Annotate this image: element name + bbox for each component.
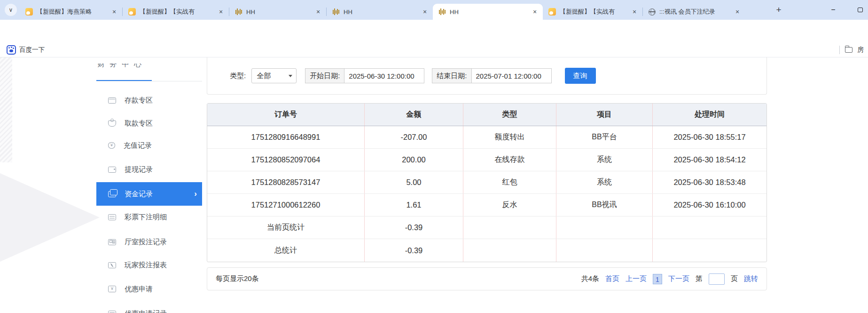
cell-type: 红包 xyxy=(463,171,556,193)
filter-bar: 类型: 全部 开始日期: 结束日期: 查询 xyxy=(207,57,767,95)
sidebar-item-room-bet-record[interactable]: 厅室投注记录 xyxy=(96,231,202,253)
bookmark-partial-label[interactable]: 房 xyxy=(857,46,867,54)
table-row: 1751280916648991 -207.00 额度转出 BB平台 2025-… xyxy=(207,126,766,149)
forum-favicon-icon xyxy=(128,8,136,16)
tab-strip: ∨ 【新提醒】海燕策略 × 【新提醒】【实战有 × HH × HH × HH × xyxy=(0,0,868,20)
deposit-card-icon xyxy=(108,97,116,104)
end-date-input[interactable] xyxy=(472,68,552,83)
tab-close-icon[interactable]: × xyxy=(314,8,322,16)
col-header-order-no: 订单号 xyxy=(207,104,365,126)
tab-close-icon[interactable]: × xyxy=(217,8,225,16)
globe-favicon-icon xyxy=(649,8,656,16)
pagination-bar: 每页显示20条 共4条 首页 上一页 1 下一页 第 页 跳转 xyxy=(207,267,767,290)
tab-title: HH xyxy=(246,8,311,16)
tab-close-icon[interactable]: × xyxy=(531,8,539,16)
end-date-group: 结束日期: xyxy=(432,68,551,83)
jump-label-post: 页 xyxy=(731,274,738,283)
current-page-badge[interactable]: 1 xyxy=(653,274,662,284)
cell-empty xyxy=(463,217,556,239)
decorative-stripe xyxy=(0,57,12,162)
new-tab-button[interactable]: + xyxy=(773,4,785,16)
total-count-text: 共4条 xyxy=(581,274,599,283)
banknotes-icon xyxy=(108,191,116,197)
col-header-type: 类型 xyxy=(463,104,556,126)
tab-close-icon[interactable]: × xyxy=(421,8,429,16)
cell-project: BB视讯 xyxy=(556,194,653,216)
first-page-link[interactable]: 首页 xyxy=(605,274,619,283)
cell-project: BB平台 xyxy=(556,126,653,148)
cell-project: 系统 xyxy=(556,149,653,171)
cell-empty xyxy=(463,239,556,262)
cell-empty xyxy=(556,217,653,239)
cell-amount: -0.39 xyxy=(365,217,463,239)
sidebar-item-label: 存款专区 xyxy=(125,96,153,105)
sidebar-item-promo-apply[interactable]: 优惠申请 xyxy=(96,278,202,300)
tab-hh-1[interactable]: HH × xyxy=(229,4,326,20)
web-page: 财务中心 存款专区 取款专区 充值记录 提现记录 资金记录 › 彩票下注明细 xyxy=(0,57,868,313)
tab-forum-3[interactable]: 【新提醒】【实战有 × xyxy=(543,4,642,20)
tab-close-icon[interactable]: × xyxy=(630,8,639,16)
waveform-favicon-icon xyxy=(438,8,446,16)
window-maximize-button[interactable] xyxy=(850,0,868,20)
sidebar-item-funds-record[interactable]: 资金记录 › xyxy=(96,182,202,206)
sidebar-item-lottery-bet-detail[interactable]: 彩票下注明细 xyxy=(96,206,202,228)
jump-go-link[interactable]: 跳转 xyxy=(744,274,758,283)
window-minimize-button[interactable]: − xyxy=(823,0,844,20)
sidebar-item-player-bet-report[interactable]: 玩家投注报表 xyxy=(96,254,202,276)
cell-time: 2025-06-30 18:55:17 xyxy=(653,126,766,148)
cell-empty xyxy=(653,217,766,239)
col-header-time: 处理时间 xyxy=(653,104,766,126)
list-card-icon xyxy=(108,311,116,313)
baidu-paw-icon xyxy=(7,45,16,55)
bookmark-label: 百度一下 xyxy=(19,46,45,54)
cell-type: 反水 xyxy=(463,194,556,216)
bookmark-baidu[interactable]: 百度一下 xyxy=(4,44,47,56)
sidebar-item-deposit-zone[interactable]: 存款专区 xyxy=(96,89,202,112)
cell-order-no: 1751280828573147 xyxy=(207,171,365,193)
tab-hh-2[interactable]: HH × xyxy=(327,4,433,20)
tab-forum-1[interactable]: 【新提醒】海燕策略 × xyxy=(20,4,122,20)
sidebar-item-recharge-record[interactable]: 充值记录 xyxy=(96,134,202,157)
type-select[interactable]: 全部 xyxy=(251,68,297,83)
next-page-link[interactable]: 下一页 xyxy=(668,274,689,283)
chevron-down-icon: ∨ xyxy=(9,7,13,13)
cell-amount: 5.00 xyxy=(365,171,463,193)
sidebar-item-withdraw-zone[interactable]: 取款专区 xyxy=(96,112,202,135)
sidebar-item-withdrawal-record[interactable]: 提现记录 xyxy=(96,158,202,181)
select-caret-icon xyxy=(289,75,292,77)
tab-close-icon[interactable]: × xyxy=(110,8,118,16)
tab-title: HH xyxy=(450,8,528,16)
tab-search-button[interactable]: ∨ xyxy=(5,4,17,16)
tab-hh-active[interactable]: HH × xyxy=(433,4,543,20)
cell-empty xyxy=(556,239,653,262)
cell-type: 额度转出 xyxy=(463,126,556,148)
sidebar-group-title: 财务中心 xyxy=(97,64,182,74)
cell-summary-label: 总统计 xyxy=(207,239,365,262)
bookmarks-separator xyxy=(839,46,840,54)
decorative-triangle xyxy=(0,173,100,262)
page-size-text: 每页显示20条 xyxy=(216,274,259,283)
sidebar-item-label: 玩家投注报表 xyxy=(125,261,167,270)
cell-amount: 1.61 xyxy=(365,194,463,216)
cell-type: 在线存款 xyxy=(463,149,556,171)
bookmarks-folder-icon[interactable] xyxy=(845,47,852,53)
sidebar-item-label: 提现记录 xyxy=(125,165,153,174)
table-row: 1751271000612260 1.61 反水 BB视讯 2025-06-30… xyxy=(207,194,766,217)
list-card-icon xyxy=(108,214,116,220)
cell-project: 系统 xyxy=(556,171,653,193)
query-button[interactable]: 查询 xyxy=(565,68,596,84)
tab-baseline xyxy=(96,81,202,81)
tab-title: 【新提醒】海燕策略 xyxy=(37,8,107,16)
prev-page-link[interactable]: 上一页 xyxy=(626,274,647,283)
jump-page-input[interactable] xyxy=(709,273,725,285)
tab-title: 【新提醒】【实战有 xyxy=(140,8,214,16)
table-row-total-summary: 总统计 -0.39 xyxy=(207,239,766,262)
start-date-input[interactable] xyxy=(344,68,424,83)
sidebar-item-promo-apply-record[interactable]: 优惠申请记录 xyxy=(96,302,202,313)
promo-ticket-icon xyxy=(108,286,116,292)
tab-video-records[interactable]: :::视讯 会员下注纪录 × xyxy=(643,4,745,20)
tab-close-icon[interactable]: × xyxy=(733,8,742,16)
tab-forum-2[interactable]: 【新提醒】【实战有 × xyxy=(123,4,229,20)
cell-time: 2025-06-30 16:10:00 xyxy=(653,194,766,216)
list-grid-icon xyxy=(108,239,116,245)
